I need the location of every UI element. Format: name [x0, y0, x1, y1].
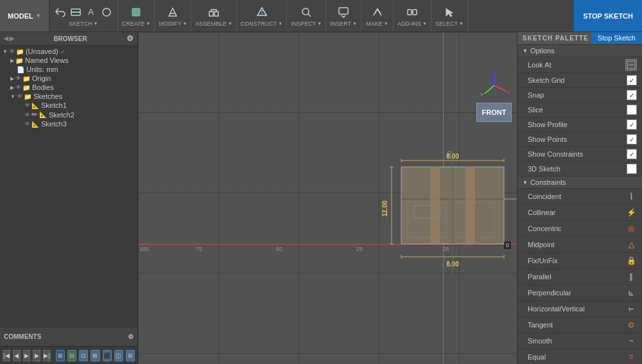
- view-btn-3[interactable]: ⊡: [79, 350, 88, 361]
- toolbar-group-make[interactable]: MAKE ▼: [361, 0, 394, 31]
- canvas-area[interactable]: 100 75 50 25 25 50 8.00: [138, 32, 517, 364]
- browser-item-root[interactable]: ▼ 👁 📁 (Unsaved) ✓: [0, 47, 137, 56]
- look-at-icon[interactable]: [625, 59, 637, 71]
- coord-display: 0: [504, 241, 511, 249]
- sketch2-eye-icon[interactable]: 👁: [24, 112, 30, 118]
- options-section-header[interactable]: ▼ Options: [517, 45, 642, 57]
- show-profile-checkbox[interactable]: ✓: [627, 119, 637, 130]
- palette-row-3d-sketch[interactable]: 3D Sketch: [517, 162, 642, 177]
- nav-next-btn[interactable]: ▶: [33, 350, 40, 361]
- sketch2-pencil-icon: ✏: [31, 110, 37, 119]
- browser-settings-icon[interactable]: ⚙: [126, 34, 134, 43]
- toolbar-group-addins[interactable]: ADD-INS ▼: [394, 0, 431, 31]
- palette-row-concentric[interactable]: Concentric ◎: [517, 221, 642, 237]
- nav-play-btn[interactable]: ▶: [23, 350, 31, 361]
- comments-label: COMMENTS: [4, 333, 41, 340]
- constraints-section-header[interactable]: ▼ Constraints: [517, 177, 642, 189]
- comments-settings-icon[interactable]: ⚙: [128, 333, 134, 340]
- toolbar-group-construct[interactable]: CONSTRUCT ▼: [237, 0, 287, 31]
- toolbar-group-modify[interactable]: MODIFY ▼: [155, 0, 191, 31]
- browser-item-sketch1[interactable]: 👁 📐 Sketch1: [0, 101, 137, 110]
- show-constraints-checkbox[interactable]: ✓: [627, 149, 637, 159]
- slice-checkbox[interactable]: [627, 105, 637, 115]
- browser-item-units[interactable]: 📄 Units: mm: [0, 65, 137, 74]
- toolbar-group-insert[interactable]: INSERT ▼: [326, 0, 361, 31]
- ruler-label-25: 25: [356, 246, 363, 252]
- origin-eye-icon[interactable]: 👁: [15, 75, 21, 82]
- palette-row-look-at[interactable]: Look At: [517, 57, 642, 73]
- snap-checkbox[interactable]: ✓: [627, 90, 637, 100]
- create-icon: [129, 5, 143, 19]
- root-folder-icon: 📁: [16, 48, 24, 55]
- 3d-sketch-checkbox[interactable]: [627, 164, 637, 174]
- browser-item-sketch3[interactable]: 👁 📐 Sketch3: [0, 119, 137, 128]
- look-at-label: Look At: [528, 61, 625, 69]
- nav-back-icon[interactable]: ◀: [4, 35, 8, 42]
- view-btn-1[interactable]: ⊞: [56, 350, 65, 361]
- toolbar-group-create[interactable]: CREATE ▼: [118, 0, 155, 31]
- perpendicular-label: Perpendicular: [528, 289, 625, 297]
- sketches-expand-icon: ▼: [10, 94, 15, 100]
- sketch1-eye-icon[interactable]: 👁: [24, 102, 30, 108]
- toolbar-group-sketch[interactable]: A SKETCH ▼: [49, 0, 118, 31]
- circle-icon: [100, 5, 114, 19]
- equal-label: Equal: [528, 353, 625, 361]
- palette-row-coincident[interactable]: Coincident ⌇: [517, 189, 642, 205]
- palette-row-show-constraints[interactable]: Show Constraints ✓: [517, 147, 642, 162]
- toolbar-group-assemble[interactable]: ASSEMBLE ▼: [191, 0, 236, 31]
- sketches-eye-icon[interactable]: 👁: [17, 93, 22, 100]
- tangent-label: Tangent: [528, 321, 625, 329]
- palette-row-slice[interactable]: Slice: [517, 103, 642, 117]
- toolbar-group-inspect[interactable]: INSPECT ▼: [287, 0, 326, 31]
- origin-icon: 📁: [22, 75, 30, 82]
- midpoint-label: Midpoint: [528, 241, 625, 248]
- root-eye-icon[interactable]: 👁: [9, 48, 15, 55]
- nav-forward-icon[interactable]: ▶: [10, 35, 14, 42]
- palette-row-parallel[interactable]: Parallel ∥: [517, 269, 642, 285]
- bottom-bar: |◀ ◀ ▶ ▶ ▶| ⊞ ⊟ ⊡ ⊠ ⬛ ◫ ⊞: [0, 346, 137, 364]
- view-btn-2[interactable]: ⊟: [67, 350, 76, 361]
- svg-line-40: [485, 85, 494, 94]
- browser-item-named-views[interactable]: ▶ 📁 Named Views: [0, 56, 137, 65]
- svg-rect-13: [413, 10, 417, 15]
- palette-row-show-points[interactable]: Show Points ✓: [517, 132, 642, 147]
- svg-rect-7: [214, 12, 218, 16]
- stop-sketch-button[interactable]: STOP SKETCH: [574, 0, 642, 31]
- show-points-checkbox[interactable]: ✓: [627, 134, 637, 144]
- perpendicular-icon: ⊾: [625, 287, 637, 299]
- palette-row-horiz-vert[interactable]: Horizontal/Vertical ⊢: [517, 301, 642, 317]
- snap-label: Snap: [528, 91, 627, 99]
- sketch-grid-checkbox[interactable]: ✓: [627, 75, 637, 85]
- palette-row-tangent[interactable]: Tangent ⊙: [517, 317, 642, 333]
- palette-row-perpendicular[interactable]: Perpendicular ⊾: [517, 285, 642, 301]
- palette-row-midpoint[interactable]: Midpoint △: [517, 237, 642, 253]
- browser-item-bodies[interactable]: ▶ 👁 📁 Bodies: [0, 83, 137, 92]
- nav-prev-btn[interactable]: ◀: [13, 350, 21, 361]
- palette-row-sketch-grid[interactable]: Sketch Grid ✓: [517, 73, 642, 88]
- browser-item-origin[interactable]: ▶ 👁 📁 Origin: [0, 74, 137, 83]
- nav-end-btn[interactable]: ▶|: [43, 350, 51, 361]
- left-panel: ◀ ▶ BROWSER ⚙ ▼ 👁 📁 (Unsaved) ✓ ▶ 📁 Name…: [0, 32, 138, 364]
- view-cube-front[interactable]: FRONT: [476, 103, 512, 122]
- nav-start-btn[interactable]: |◀: [3, 350, 10, 361]
- palette-row-collinear[interactable]: Collinear ⚡: [517, 205, 642, 221]
- view-btn-4[interactable]: ⊠: [91, 350, 100, 361]
- coincident-icon: ⌇: [625, 191, 637, 202]
- palette-row-fix-unfix[interactable]: Fix/UnFix 🔒: [517, 253, 642, 269]
- origin-label: Origin: [32, 74, 51, 82]
- browser-item-sketches[interactable]: ▼ 👁 📁 Sketches: [0, 92, 137, 101]
- palette-row-show-profile[interactable]: Show Profile ✓: [517, 117, 642, 132]
- palette-row-snap[interactable]: Snap ✓: [517, 88, 642, 103]
- coincident-label: Coincident: [528, 193, 625, 200]
- browser-item-sketch2[interactable]: 👁 ✏ 📐 Sketch2: [0, 110, 137, 119]
- bodies-label: Bodies: [32, 83, 54, 91]
- view-btn-7[interactable]: ⊞: [126, 350, 135, 361]
- palette-row-smooth[interactable]: Smooth ~: [517, 333, 642, 349]
- palette-row-equal[interactable]: Equal =: [517, 349, 642, 364]
- view-btn-6[interactable]: ◫: [114, 350, 123, 361]
- bodies-eye-icon[interactable]: 👁: [15, 84, 21, 91]
- toolbar-group-select[interactable]: SELECT ▼: [431, 0, 468, 31]
- model-button[interactable]: MODEL ▼: [0, 0, 49, 31]
- sketch3-eye-icon[interactable]: 👁: [24, 121, 30, 127]
- view-btn-5[interactable]: ⬛: [103, 350, 112, 361]
